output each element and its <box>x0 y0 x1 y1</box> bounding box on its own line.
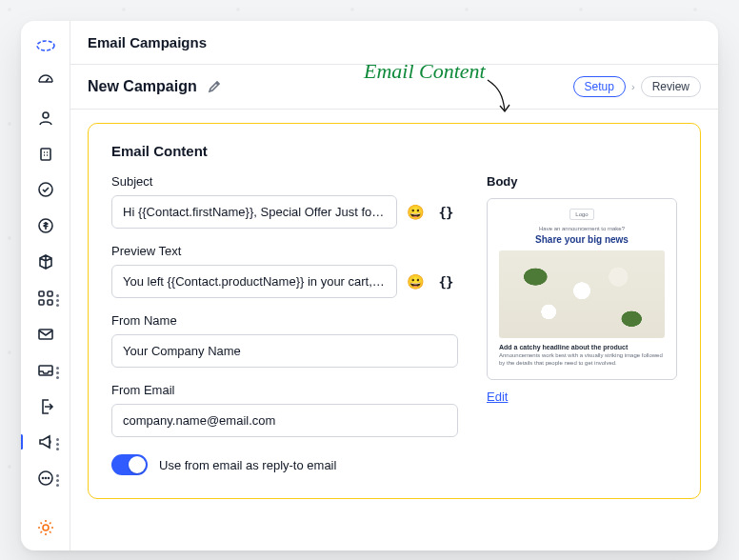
main-panel: Email Campaigns New Campaign Email Conte… <box>70 21 718 550</box>
preview-headline: Share your big news <box>499 234 665 245</box>
subject-label: Subject <box>111 174 458 189</box>
subject-input[interactable]: Hi {{Contact.firstName}}, Special Offer … <box>111 195 397 229</box>
preview-announce: Have an announcement to make? <box>499 226 665 231</box>
svg-point-14 <box>48 478 49 479</box>
edit-campaign-name-icon[interactable] <box>207 79 222 94</box>
campaign-name: New Campaign <box>88 78 197 95</box>
preview-text-merge-fields-icon[interactable]: {} <box>433 270 458 294</box>
from-name-input[interactable]: Your Company Name <box>111 334 458 368</box>
export-icon[interactable] <box>30 395 61 418</box>
svg-point-15 <box>43 525 49 530</box>
body-preview[interactable]: Logo Have an announcement to make? Share… <box>487 198 677 380</box>
svg-point-13 <box>45 478 46 479</box>
campaign-bar: New Campaign Email Content Setup › Revie… <box>70 65 718 110</box>
svg-point-1 <box>43 112 49 118</box>
wizard-steps: Setup › Review <box>573 76 701 97</box>
apps-icon[interactable] <box>30 287 61 310</box>
subject-merge-fields-icon[interactable]: {} <box>433 200 458 225</box>
edit-body-link[interactable]: Edit <box>487 390 508 404</box>
sidebar <box>21 21 70 550</box>
preview-image <box>499 250 665 338</box>
svg-point-0 <box>37 41 54 50</box>
preview-subhead: Add a catchy headline about the product <box>499 344 665 350</box>
product-icon[interactable] <box>30 250 61 273</box>
campaigns-icon[interactable] <box>30 430 61 453</box>
svg-rect-6 <box>48 291 52 296</box>
svg-rect-5 <box>39 291 44 296</box>
logo-icon[interactable] <box>30 34 61 57</box>
page-title: Email Campaigns <box>70 21 718 65</box>
svg-rect-2 <box>41 149 50 160</box>
company-icon[interactable] <box>30 143 61 166</box>
subject-emoji-icon[interactable]: 😀 <box>403 200 428 225</box>
svg-rect-7 <box>39 300 44 305</box>
reply-to-toggle[interactable] <box>111 454 148 475</box>
more-icon[interactable] <box>30 467 61 490</box>
billing-icon[interactable] <box>30 214 61 237</box>
contacts-icon[interactable] <box>30 107 61 130</box>
settings-icon[interactable] <box>30 516 61 539</box>
from-email-label: From Email <box>111 383 458 397</box>
preview-text-emoji-icon[interactable]: 😀 <box>403 270 428 294</box>
preview-text-label: Preview Text <box>111 244 458 258</box>
from-name-label: From Name <box>111 313 458 328</box>
preview-logo: Logo <box>569 209 593 220</box>
inbox-icon[interactable] <box>30 359 61 382</box>
svg-rect-9 <box>39 330 52 339</box>
preview-desc: Announcements work best with a visually … <box>499 352 665 368</box>
step-review[interactable]: Review <box>641 76 701 97</box>
reply-to-toggle-label: Use from email as reply-to email <box>159 458 336 472</box>
svg-point-12 <box>42 478 43 479</box>
from-email-input[interactable]: company.name@email.com <box>111 404 458 437</box>
svg-rect-8 <box>48 300 52 305</box>
card-title: Email Content <box>111 143 677 159</box>
email-content-card: Email Content Subject Hi {{Contact.first… <box>88 123 701 499</box>
chevron-right-icon: › <box>631 81 635 92</box>
dashboard-icon[interactable] <box>30 70 61 93</box>
step-setup[interactable]: Setup <box>573 76 626 97</box>
tasks-icon[interactable] <box>30 178 61 201</box>
body-label: Body <box>487 174 677 189</box>
mail-icon[interactable] <box>30 323 61 346</box>
preview-text-input[interactable]: You left {{Contact.productName}} in your… <box>111 265 397 298</box>
app-window: Email Campaigns New Campaign Email Conte… <box>21 21 718 550</box>
